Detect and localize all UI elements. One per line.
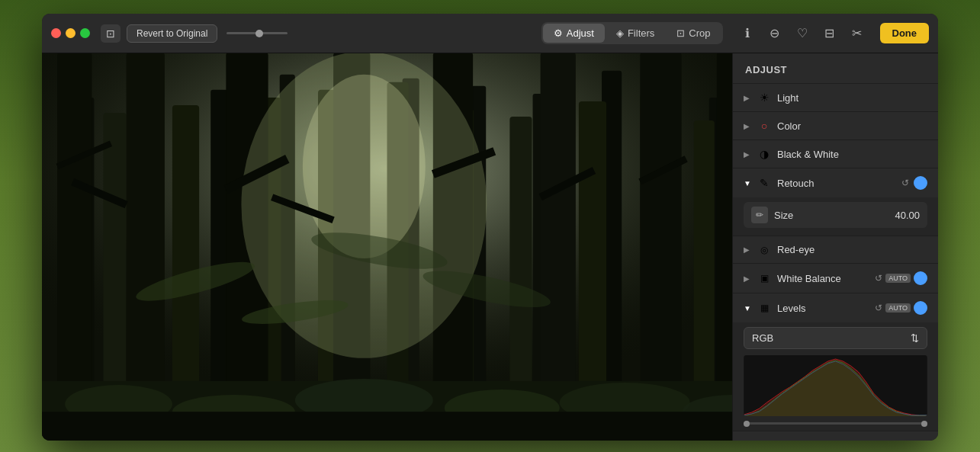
tab-adjust[interactable]: ⚙ Adjust bbox=[543, 24, 605, 43]
rgb-dropdown[interactable]: RGB ⇅ bbox=[744, 327, 927, 349]
forest-svg bbox=[42, 53, 732, 441]
retouch-chevron: ▼ bbox=[744, 179, 751, 188]
svg-rect-22 bbox=[694, 120, 715, 419]
svg-point-32 bbox=[303, 75, 426, 258]
section-light: ▶ ☀ Light bbox=[733, 84, 938, 112]
levels-slider-right[interactable] bbox=[921, 421, 927, 427]
bw-chevron: ▶ bbox=[744, 150, 751, 159]
minus-button[interactable]: ⊖ bbox=[763, 21, 787, 46]
histogram-area bbox=[744, 355, 927, 416]
panel-header: ADJUST bbox=[733, 53, 938, 84]
right-panel: ADJUST ▶ ☀ Light ▶ ○ Color bbox=[732, 53, 938, 441]
section-color-header[interactable]: ▶ ○ Color bbox=[733, 112, 938, 139]
revert-button[interactable]: Revert to Original bbox=[127, 24, 217, 43]
light-icon: ☀ bbox=[757, 91, 771, 104]
svg-rect-13 bbox=[103, 113, 126, 419]
section-curves: ▶ ▦ Curves bbox=[733, 431, 938, 441]
section-wb-header[interactable]: ▶ ▣ White Balance ↺ AUTO bbox=[733, 264, 938, 293]
retouch-icon: ✎ bbox=[757, 177, 771, 189]
section-redeye-header[interactable]: ▶ ◎ Red-eye bbox=[733, 236, 938, 263]
info-button[interactable]: ℹ bbox=[735, 21, 760, 46]
retouch-actions: ↺ bbox=[901, 176, 927, 190]
svg-rect-20 bbox=[579, 101, 606, 419]
dual-screen-icon: ⊡ bbox=[106, 27, 115, 40]
minimize-button[interactable] bbox=[66, 28, 76, 38]
window-controls bbox=[51, 28, 90, 38]
levels-slider-track[interactable] bbox=[744, 422, 927, 425]
levels-actions: ↺ AUTO bbox=[875, 301, 927, 315]
photo-area bbox=[42, 53, 732, 441]
section-color: ▶ ○ Color bbox=[733, 112, 938, 140]
levels-reset-icon[interactable]: ↺ bbox=[875, 303, 882, 313]
redeye-icon: ◎ bbox=[757, 245, 771, 255]
slider-thumb bbox=[255, 30, 263, 37]
section-curves-header[interactable]: ▶ ▦ Curves bbox=[733, 431, 938, 441]
section-wb: ▶ ▣ White Balance ↺ AUTO bbox=[733, 264, 938, 293]
color-icon: ○ bbox=[757, 120, 771, 132]
tab-filters[interactable]: ◈ Filters bbox=[606, 24, 665, 43]
wb-icon: ▣ bbox=[757, 273, 771, 284]
retouch-toggle[interactable] bbox=[914, 176, 927, 190]
wb-toggle[interactable] bbox=[914, 271, 927, 285]
adjust-icon: ⚙ bbox=[554, 27, 563, 39]
levels-icon: ▦ bbox=[757, 303, 771, 313]
brightness-slider[interactable] bbox=[227, 32, 288, 34]
svg-rect-19 bbox=[509, 117, 532, 419]
section-levels-header[interactable]: ▼ ▦ Levels ↺ AUTO bbox=[733, 293, 938, 322]
wb-reset-icon[interactable]: ↺ bbox=[875, 273, 882, 284]
redeye-chevron: ▶ bbox=[744, 245, 751, 254]
wb-chevron: ▶ bbox=[744, 274, 751, 283]
histogram-sliders bbox=[744, 421, 927, 431]
light-chevron: ▶ bbox=[744, 94, 751, 102]
color-chevron: ▶ bbox=[744, 122, 751, 130]
pencil-icon: ✏ bbox=[751, 207, 768, 223]
toolbar-actions: ℹ ⊖ ♡ ⊟ ✂ bbox=[735, 21, 869, 46]
tab-group: ⚙ Adjust ◈ Filters ⊡ Crop bbox=[541, 22, 723, 44]
crop-icon: ⊡ bbox=[676, 27, 685, 39]
forest-image bbox=[42, 53, 732, 441]
section-redeye: ▶ ◎ Red-eye bbox=[733, 236, 938, 264]
wb-actions: ↺ AUTO bbox=[875, 271, 927, 285]
favorite-button[interactable]: ♡ bbox=[790, 21, 815, 46]
more-button[interactable]: ✂ bbox=[845, 21, 869, 46]
dual-screen-button[interactable]: ⊡ bbox=[101, 24, 120, 43]
share-button[interactable]: ⊟ bbox=[818, 21, 842, 46]
levels-chevron: ▼ bbox=[744, 304, 751, 313]
section-light-header[interactable]: ▶ ☀ Light bbox=[733, 84, 938, 111]
bw-icon: ◑ bbox=[757, 148, 771, 160]
section-bw-header[interactable]: ▶ ◑ Black & White bbox=[733, 140, 938, 168]
levels-toggle[interactable] bbox=[914, 301, 927, 315]
levels-slider-left[interactable] bbox=[744, 421, 750, 427]
section-levels: ▼ ▦ Levels ↺ AUTO RGB ⇅ bbox=[733, 293, 938, 431]
section-retouch-header[interactable]: ▼ ✎ Retouch ↺ bbox=[733, 168, 938, 197]
levels-content: RGB ⇅ bbox=[733, 322, 938, 431]
wb-auto-badge: AUTO bbox=[885, 274, 911, 283]
dropdown-arrow-icon: ⇅ bbox=[911, 332, 919, 344]
retouch-size-row: ✏ Size 40.00 bbox=[744, 202, 927, 228]
content-area: ADJUST ▶ ☀ Light ▶ ○ Color bbox=[42, 53, 938, 441]
retouch-reset-icon[interactable]: ↺ bbox=[901, 178, 909, 188]
maximize-button[interactable] bbox=[80, 28, 90, 38]
close-button[interactable] bbox=[51, 28, 61, 38]
tab-crop[interactable]: ⊡ Crop bbox=[666, 24, 721, 43]
levels-auto-badge: AUTO bbox=[885, 303, 911, 313]
svg-rect-14 bbox=[172, 105, 199, 419]
histogram-svg bbox=[744, 355, 927, 416]
svg-rect-51 bbox=[42, 412, 732, 441]
done-button[interactable]: Done bbox=[880, 23, 930, 43]
filters-icon: ◈ bbox=[616, 27, 624, 39]
app-window: ⊡ Revert to Original ⚙ Adjust ◈ Filters … bbox=[42, 14, 938, 441]
section-retouch: ▼ ✎ Retouch ↺ ✏ Size 40.00 bbox=[733, 168, 938, 236]
titlebar: ⊡ Revert to Original ⚙ Adjust ◈ Filters … bbox=[42, 14, 938, 53]
section-bw: ▶ ◑ Black & White bbox=[733, 140, 938, 168]
retouch-content: ✏ Size 40.00 bbox=[733, 197, 938, 236]
curves-icon: ▦ bbox=[757, 440, 771, 441]
